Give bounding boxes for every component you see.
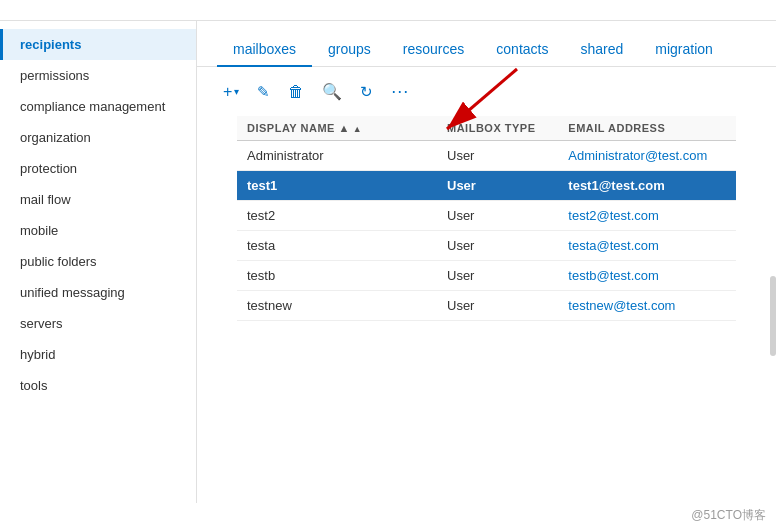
table-row[interactable]: test2Usertest2@test.com <box>237 201 736 231</box>
cell-display-name: test1 <box>237 171 437 201</box>
dropdown-chevron-icon: ▾ <box>234 86 239 97</box>
edit-icon: ✎ <box>257 83 270 101</box>
sidebar: recipientspermissionscompliance manageme… <box>0 21 197 503</box>
cell-mailbox-type: User <box>437 291 558 321</box>
tab-resources[interactable]: resources <box>387 33 480 67</box>
toolbar: + ▾ ✎ 🗑 🔍 ↻ ··· <box>197 67 776 116</box>
main-layout: recipientspermissionscompliance manageme… <box>0 21 776 503</box>
sidebar-item-organization[interactable]: organization <box>0 122 196 153</box>
refresh-icon: ↻ <box>360 83 373 101</box>
sidebar-item-unified-messaging[interactable]: unified messaging <box>0 277 196 308</box>
col-mailbox-type[interactable]: MAILBOX TYPE <box>437 116 558 141</box>
tab-mailboxes[interactable]: mailboxes <box>217 33 312 67</box>
cell-email: test2@test.com <box>558 201 736 231</box>
tab-groups[interactable]: groups <box>312 33 387 67</box>
cell-mailbox-type: User <box>437 171 558 201</box>
sidebar-item-mail-flow[interactable]: mail flow <box>0 184 196 215</box>
sidebar-item-hybrid[interactable]: hybrid <box>0 339 196 370</box>
app-header <box>0 0 776 21</box>
cell-display-name: Administrator <box>237 141 437 171</box>
cell-display-name: test2 <box>237 201 437 231</box>
sidebar-item-compliance-management[interactable]: compliance management <box>0 91 196 122</box>
mailboxes-table: DISPLAY NAME ▲ MAILBOX TYPE EMAIL ADDRES… <box>237 116 736 321</box>
tabs-bar: mailboxesgroupsresourcescontactssharedmi… <box>197 21 776 67</box>
cell-display-name: testa <box>237 231 437 261</box>
cell-mailbox-type: User <box>437 201 558 231</box>
cell-mailbox-type: User <box>437 261 558 291</box>
search-button[interactable]: 🔍 <box>316 78 348 105</box>
main-content: mailboxesgroupsresourcescontactssharedmi… <box>197 21 776 503</box>
cell-email: testa@test.com <box>558 231 736 261</box>
table-row[interactable]: test1Usertest1@test.com <box>237 171 736 201</box>
search-icon: 🔍 <box>322 82 342 101</box>
refresh-button[interactable]: ↻ <box>354 79 379 105</box>
cell-email: testnew@test.com <box>558 291 736 321</box>
table-header: DISPLAY NAME ▲ MAILBOX TYPE EMAIL ADDRES… <box>237 116 736 141</box>
table-row[interactable]: AdministratorUserAdministrator@test.com <box>237 141 736 171</box>
cell-email: test1@test.com <box>558 171 736 201</box>
edit-button[interactable]: ✎ <box>251 79 276 105</box>
table-wrapper: DISPLAY NAME ▲ MAILBOX TYPE EMAIL ADDRES… <box>197 116 776 321</box>
add-button[interactable]: + ▾ <box>217 79 245 105</box>
more-icon: ··· <box>391 81 409 102</box>
sidebar-item-mobile[interactable]: mobile <box>0 215 196 246</box>
sidebar-item-servers[interactable]: servers <box>0 308 196 339</box>
sidebar-item-protection[interactable]: protection <box>0 153 196 184</box>
cell-mailbox-type: User <box>437 231 558 261</box>
sidebar-item-tools[interactable]: tools <box>0 370 196 401</box>
tab-migration[interactable]: migration <box>639 33 729 67</box>
delete-icon: 🗑 <box>288 83 304 101</box>
delete-button[interactable]: 🗑 <box>282 79 310 105</box>
cell-display-name: testnew <box>237 291 437 321</box>
scroll-indicator <box>770 276 776 356</box>
cell-mailbox-type: User <box>437 141 558 171</box>
plus-icon: + <box>223 83 232 101</box>
table-row[interactable]: testbUsertestb@test.com <box>237 261 736 291</box>
tab-shared[interactable]: shared <box>564 33 639 67</box>
col-display-name[interactable]: DISPLAY NAME ▲ <box>237 116 437 141</box>
cell-email: Administrator@test.com <box>558 141 736 171</box>
table-row[interactable]: testaUsertesta@test.com <box>237 231 736 261</box>
col-email-address[interactable]: EMAIL ADDRESS <box>558 116 736 141</box>
tab-contacts[interactable]: contacts <box>480 33 564 67</box>
table-row[interactable]: testnewUsertestnew@test.com <box>237 291 736 321</box>
cell-email: testb@test.com <box>558 261 736 291</box>
table-body: AdministratorUserAdministrator@test.comt… <box>237 141 736 321</box>
cell-display-name: testb <box>237 261 437 291</box>
sidebar-item-public-folders[interactable]: public folders <box>0 246 196 277</box>
sidebar-item-recipients[interactable]: recipients <box>0 29 196 60</box>
sidebar-item-permissions[interactable]: permissions <box>0 60 196 91</box>
more-button[interactable]: ··· <box>385 77 415 106</box>
watermark: @51CTO博客 <box>691 507 766 524</box>
